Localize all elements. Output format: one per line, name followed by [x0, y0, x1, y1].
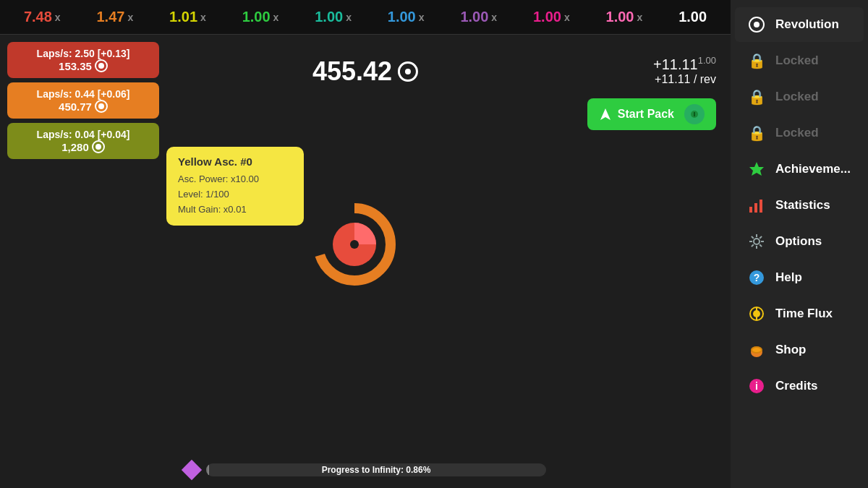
bonus-exp: 1.00 — [698, 55, 716, 66]
svg-rect-17 — [756, 308, 757, 311]
sidebar-label-credits: Credits — [775, 379, 818, 393]
svg-point-5 — [350, 240, 359, 249]
progress-diamond-icon — [182, 460, 202, 480]
sidebar-item-locked-2: 🔒 Locked — [735, 116, 864, 150]
tooltip-line-1: Level: 1/100 — [178, 187, 292, 202]
start-pack-secondary-icon — [684, 104, 705, 124]
mult-value-3: 1.00 — [242, 9, 271, 25]
lap-circle-icon-0 — [95, 59, 108, 72]
svg-rect-2 — [694, 112, 695, 116]
donut-spinner[interactable] — [311, 201, 398, 291]
mult-value-2: 1.01 — [169, 9, 197, 25]
bonus-per-rev: +11.11 / rev — [653, 73, 716, 86]
sidebar-item-timeflux[interactable]: Time Flux — [735, 296, 864, 331]
lap-label-1: Laps/s: 0.44 [+0.06] — [16, 88, 150, 100]
mult-x-8: x — [637, 12, 642, 23]
mult-value-9: 1.00 — [678, 9, 707, 25]
sidebar-item-achievements[interactable]: Achieveme... — [735, 152, 864, 187]
rocket-icon — [599, 108, 612, 121]
lap-label-2: Laps/s: 0.04 [+0.04] — [16, 129, 150, 140]
sidebar-label-shop: Shop — [775, 343, 807, 357]
sidebar-item-options[interactable]: Options — [735, 224, 864, 259]
svg-marker-0 — [600, 108, 610, 120]
mult-x-4: x — [346, 12, 352, 23]
sidebar-label-options: Options — [775, 234, 822, 249]
mult-x-6: x — [491, 12, 497, 23]
statistics-icon — [746, 195, 767, 215]
progress-bar-area: Progress to Infinity: 0.86% — [184, 463, 546, 477]
lap-value-0: 153.35 — [16, 59, 150, 72]
sidebar-label-help: Help — [775, 270, 802, 285]
lap-panel-orange[interactable]: Laps/s: 0.44 [+0.06] 450.77 — [7, 82, 159, 119]
lap-panel-olive[interactable]: Laps/s: 0.04 [+0.04] 1,280 — [7, 123, 159, 159]
mult-item-7: 1.00 x — [533, 9, 570, 25]
plant-icon — [689, 109, 699, 119]
lock-icon-0: 🔒 — [746, 51, 767, 71]
svg-rect-9 — [749, 207, 752, 213]
mult-x-0: x — [55, 12, 61, 23]
mult-value-8: 1.00 — [606, 9, 634, 25]
mult-value-7: 1.00 — [533, 9, 561, 25]
mult-item-5: 1.00 x — [388, 9, 425, 25]
mult-x-2: x — [200, 12, 206, 23]
lap-circle-icon-1 — [95, 100, 108, 113]
credits-icon: i — [746, 376, 767, 396]
sidebar-item-shop[interactable]: Shop — [735, 333, 864, 367]
top-multiplier-bar: 7.48 x 1.47 x 1.01 x 1.00 x 1.00 x 1.00 … — [0, 0, 731, 35]
achievement-icon — [746, 159, 767, 179]
mult-item-9: 1.00 — [678, 9, 707, 25]
start-pack-label: Start Pack — [618, 108, 674, 121]
svg-rect-11 — [760, 200, 762, 213]
top-right-bonus: +11.111.00 +11.11 / rev — [653, 55, 716, 86]
mult-item-8: 1.00 x — [606, 9, 643, 25]
mult-value-4: 1.00 — [315, 9, 343, 25]
sidebar-label-achievements: Achieveme... — [775, 162, 851, 176]
sidebar-label-revolution: Revolution — [775, 17, 839, 32]
yellow-tooltip: Yellow Asc. #0 Asc. Power: x10.00 Level:… — [166, 147, 304, 226]
sidebar-label-locked-0: Locked — [775, 53, 819, 68]
mult-item-6: 1.00 x — [460, 9, 497, 25]
sidebar-label-locked-1: Locked — [775, 90, 819, 104]
svg-text:i: i — [755, 380, 758, 392]
mult-value-6: 1.00 — [460, 9, 488, 25]
help-icon: ? — [746, 267, 767, 288]
bonus-main-value: +11.111.00 — [653, 55, 716, 73]
mult-item-2: 1.01 x — [169, 9, 206, 25]
svg-marker-8 — [749, 162, 764, 176]
svg-point-16 — [753, 310, 760, 317]
svg-point-21 — [752, 348, 761, 352]
sidebar-item-locked-0: 🔒 Locked — [735, 43, 864, 78]
sidebar-label-locked-2: Locked — [775, 126, 819, 140]
progress-label: Progress to Infinity: 0.86% — [206, 465, 546, 475]
svg-rect-10 — [754, 203, 757, 213]
mult-item-1: 1.47 x — [97, 9, 134, 25]
mult-x-1: x — [127, 12, 133, 23]
lap-circle-icon-2 — [92, 140, 105, 153]
start-pack-button[interactable]: Start Pack — [587, 98, 716, 130]
lock-icon-2: 🔒 — [746, 123, 767, 143]
progress-track: Progress to Infinity: 0.86% — [206, 463, 546, 476]
shop-icon — [746, 340, 767, 360]
mult-item-0: 7.48 x — [24, 9, 61, 25]
score-circle-icon — [398, 61, 418, 82]
lap-panel-red[interactable]: Laps/s: 2.50 [+0.13] 153.35 — [7, 42, 159, 78]
timeflux-icon — [746, 304, 767, 324]
options-icon — [746, 231, 767, 252]
sidebar-label-statistics: Statistics — [775, 198, 830, 213]
lap-value-2: 1,280 — [16, 140, 150, 153]
mult-item-3: 1.00 x — [242, 9, 279, 25]
tooltip-title: Yellow Asc. #0 — [178, 155, 292, 168]
sidebar: Revolution 🔒 Locked 🔒 Locked 🔒 Locked Ac… — [731, 0, 868, 488]
sidebar-item-help[interactable]: ? Help — [735, 260, 864, 295]
sidebar-label-timeflux: Time Flux — [775, 307, 833, 321]
sidebar-item-credits[interactable]: i Credits — [735, 369, 864, 403]
lap-value-1: 450.77 — [16, 100, 150, 113]
center-score: 455.42 — [312, 56, 418, 87]
sidebar-item-statistics[interactable]: Statistics — [735, 188, 864, 223]
game-area: 455.42 +11.111.00 +11.11 / rev Start Pac… — [0, 35, 731, 488]
svg-text:?: ? — [754, 272, 760, 283]
score-value: 455.42 — [312, 56, 392, 87]
lock-icon-1: 🔒 — [746, 87, 767, 107]
sidebar-item-revolution[interactable]: Revolution — [735, 7, 864, 42]
tooltip-line-2: Mult Gain: x0.01 — [178, 202, 292, 218]
